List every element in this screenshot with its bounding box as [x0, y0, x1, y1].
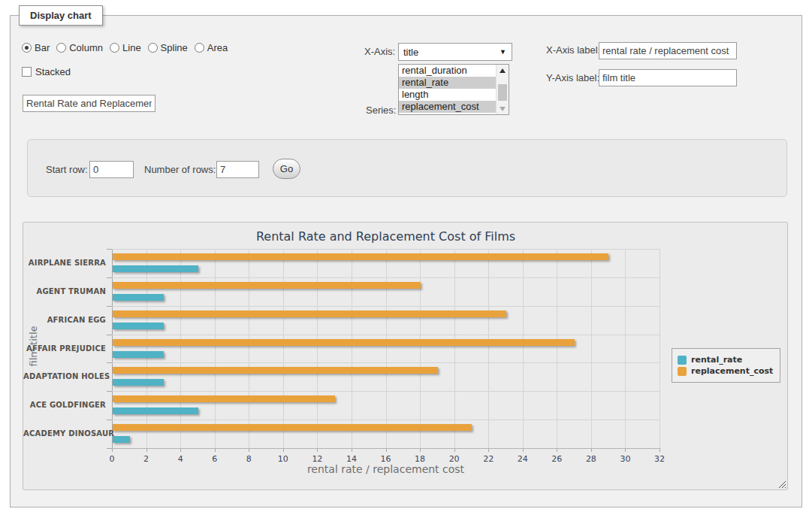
- chart-x-axis-line: [112, 448, 660, 449]
- chart-resize-grip-icon[interactable]: [777, 479, 786, 488]
- chart-y-tick-mark: [107, 277, 112, 278]
- chart-y-tick-mark: [107, 335, 112, 335]
- bar-rental-rate: [113, 407, 198, 414]
- chart-y-tick-mark: [107, 249, 112, 250]
- chart-gridline-v: [557, 249, 557, 448]
- row-range-panel: Start row: Number of rows: Go: [27, 139, 787, 197]
- x-axis-label-input[interactable]: [599, 42, 737, 59]
- series-option-rental_duration[interactable]: rental_duration: [399, 65, 496, 77]
- series-option-replacement_cost[interactable]: replacement_cost: [399, 101, 496, 113]
- chart-gridline-v: [591, 249, 592, 448]
- chart-gridline-h: [112, 249, 660, 250]
- stacked-label[interactable]: Stacked: [35, 66, 71, 77]
- y-axis-label-input[interactable]: [599, 69, 737, 86]
- y-axis-label-field-label: Y-Axis label:: [546, 72, 599, 83]
- scrollbar-thumb[interactable]: [498, 84, 507, 101]
- legend-item-replacement-cost[interactable]: replacement_cost: [678, 366, 773, 376]
- bar-replacement-cost: [113, 424, 472, 431]
- chart-type-option-area[interactable]: Area: [195, 42, 228, 53]
- number-of-rows-input[interactable]: [216, 161, 259, 178]
- chart-y-tick-mark: [107, 448, 112, 449]
- bar-replacement-cost: [113, 339, 575, 346]
- select-dropdown-arrow-icon: ▼: [500, 48, 506, 56]
- display-chart-legend-text: Display chart: [30, 10, 92, 21]
- chart-legend: rental_rate replacement_cost: [672, 348, 780, 383]
- number-of-rows-label: Number of rows:: [144, 164, 216, 175]
- chart-type-radio-label-spline[interactable]: Spline: [161, 42, 188, 53]
- bar-replacement-cost: [113, 311, 506, 317]
- bar-replacement-cost: [113, 395, 335, 402]
- legend-label: rental_rate: [691, 355, 742, 365]
- chart-y-tick-mark: [107, 306, 112, 307]
- x-axis-label-field-label: X-Axis label:: [546, 44, 600, 56]
- bar-rental-rate: [113, 323, 164, 329]
- chart-type-radio-area[interactable]: [195, 43, 204, 53]
- chart-type-option-column[interactable]: Column: [56, 42, 103, 53]
- chart-gridline-v: [386, 249, 387, 448]
- scrollbar-up-icon[interactable]: [497, 65, 509, 76]
- chart-category-label: ACE GOLDFINGER: [23, 401, 106, 409]
- bar-replacement-cost: [113, 253, 608, 260]
- chart-type-option-spline[interactable]: Spline: [148, 42, 188, 53]
- chart-type-radio-column[interactable]: [56, 43, 66, 53]
- chart-gridline-h: [112, 420, 660, 420]
- chart-category-label: AGENT TRUMAN: [23, 287, 106, 295]
- chart-gridline-v: [523, 249, 524, 448]
- chart-gridline-h: [112, 277, 660, 278]
- bar-rental-rate: [113, 379, 164, 386]
- x-axis-select-value: title: [403, 47, 418, 58]
- chart-gridline-v: [317, 249, 318, 448]
- chart-category-label: AIRPLANE SIERRA: [23, 259, 106, 267]
- start-row-label: Start row:: [46, 164, 88, 175]
- series-listbox-label: Series:: [366, 105, 396, 116]
- chart-gridline-h: [112, 335, 660, 335]
- series-listbox-scrollbar[interactable]: [496, 65, 509, 114]
- chart-x-tick-mark: [660, 448, 660, 452]
- chart-panel: Rental Rate and Replacement Cost of Film…: [23, 222, 788, 490]
- chart-gridline-v: [146, 249, 147, 448]
- chart-y-tick-mark: [107, 391, 112, 392]
- chart-gridline-h: [112, 306, 660, 307]
- legend-label: replacement_cost: [691, 366, 773, 376]
- chart-type-radio-spline[interactable]: [148, 43, 158, 53]
- stacked-checkbox-row[interactable]: Stacked: [22, 66, 71, 77]
- chart-gridline-v: [352, 249, 352, 448]
- chart-title: Rental Rate and Replacement Cost of Film…: [112, 229, 660, 244]
- chart-type-radio-group: BarColumnLineSplineArea: [22, 42, 234, 53]
- chart-gridline-v: [454, 249, 455, 448]
- chart-type-radio-line[interactable]: [110, 43, 119, 53]
- display-chart-legend: Display chart: [19, 5, 103, 26]
- series-option-length[interactable]: length: [399, 89, 496, 101]
- chart-type-option-line[interactable]: Line: [110, 42, 141, 53]
- chart-type-option-bar[interactable]: Bar: [22, 42, 50, 53]
- chart-title-input[interactable]: [23, 95, 155, 112]
- legend-item-rental-rate[interactable]: rental_rate: [678, 355, 773, 365]
- chart-type-radio-bar[interactable]: [22, 43, 32, 53]
- x-axis-select-label: X-Axis:: [364, 46, 395, 57]
- go-button[interactable]: Go: [273, 159, 300, 179]
- page: Display chart BarColumnLineSplineArea St…: [0, 0, 812, 512]
- chart-type-radio-label-area[interactable]: Area: [207, 42, 228, 53]
- chart-y-tick-mark: [107, 420, 112, 420]
- legend-swatch-orange: [678, 367, 687, 376]
- chart-gridline-h: [112, 391, 660, 392]
- scrollbar-down-icon[interactable]: [497, 103, 509, 114]
- chart-gridline-h: [112, 362, 660, 363]
- chart-type-radio-label-column[interactable]: Column: [69, 42, 103, 53]
- chart-type-radio-label-line[interactable]: Line: [122, 42, 141, 53]
- series-option-rental_rate[interactable]: rental_rate: [399, 77, 496, 89]
- chart-gridline-v: [180, 249, 181, 448]
- series-listbox[interactable]: rental_durationrental_ratelengthreplacem…: [398, 64, 509, 115]
- bar-rental-rate: [113, 351, 164, 358]
- start-row-input[interactable]: [89, 161, 134, 178]
- chart-y-axis-line: [112, 249, 113, 448]
- chart-gridline-v: [488, 249, 489, 448]
- chart-y-tick-mark: [107, 362, 112, 363]
- chart-type-radio-label-bar[interactable]: Bar: [35, 42, 50, 53]
- bar-replacement-cost: [113, 282, 421, 289]
- chart-gridline-v: [215, 249, 216, 448]
- bar-replacement-cost: [113, 367, 438, 374]
- x-axis-select[interactable]: title ▼: [398, 43, 512, 61]
- stacked-checkbox[interactable]: [22, 67, 32, 77]
- bar-rental-rate: [113, 265, 198, 272]
